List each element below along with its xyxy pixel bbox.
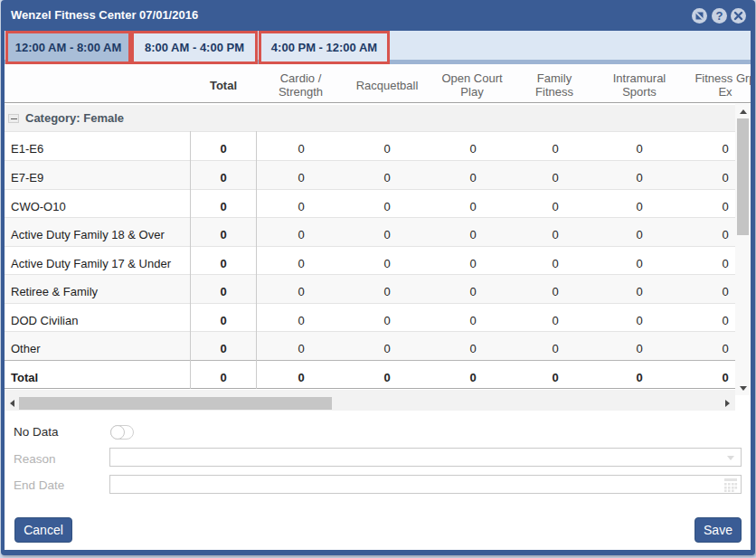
svg-text:?: ? — [715, 9, 723, 23]
